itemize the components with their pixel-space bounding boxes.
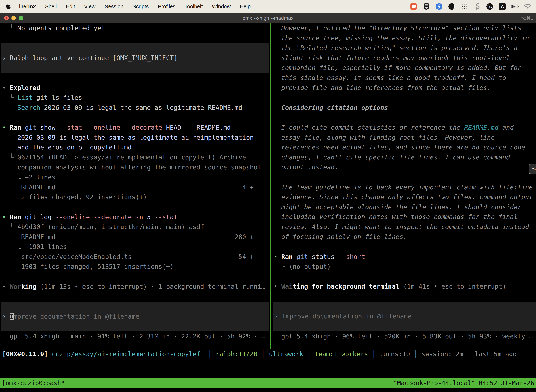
text-segment: git bbox=[25, 213, 40, 221]
text-segment: show bbox=[40, 124, 59, 131]
text-segment: › bbox=[2, 313, 10, 320]
text-segment: Ran bbox=[10, 213, 25, 221]
tmux-window-label[interactable]: [omx-cczip0:bash* bbox=[2, 378, 65, 388]
terminal-line: 1903 files changed, 513517 insertions(+) bbox=[0, 262, 270, 272]
text-segment: last:5m ago bbox=[471, 350, 517, 358]
text-segment: the "Related research writing" section i… bbox=[274, 44, 517, 51]
terminal-line: Considering citation options bbox=[272, 103, 536, 113]
terminal-line: … +1901 lines bbox=[0, 242, 270, 252]
text-segment: └ bbox=[2, 94, 17, 101]
menu-item-iterm2[interactable]: iTerm2 bbox=[19, 4, 36, 9]
text-segment: README.md bbox=[196, 124, 231, 131]
terminal-line: › Ralph loop active continue [OMX_TMUX_I… bbox=[1, 53, 177, 63]
terminal-line: of focusing solely on file lines. bbox=[272, 232, 536, 242]
text-segment: └ bbox=[274, 263, 289, 270]
terminal-line bbox=[0, 202, 270, 212]
terminal-line: changes, I can't cite specific file line… bbox=[272, 152, 536, 163]
tmux-pane-right[interactable]: However, I noticed the "Directory Struct… bbox=[272, 23, 536, 349]
text-segment: gpt-5.4 xhigh · main · 91% left · 2.31M … bbox=[2, 333, 265, 340]
menu-item-edit[interactable]: Edit bbox=[66, 4, 75, 9]
text-segment: │ bbox=[372, 350, 376, 358]
dots-grid-icon[interactable] bbox=[460, 2, 469, 10]
text-segment: companion file, especially if more comme… bbox=[274, 64, 522, 71]
text-segment: turns:10 bbox=[376, 350, 414, 358]
text-segment: 4b9d30f (origin/main, instructkr/main, m… bbox=[17, 223, 204, 230]
text-segment: team:1 workers bbox=[311, 350, 372, 358]
text-segment: Wor bbox=[10, 283, 21, 290]
menu-item-scripts[interactable]: Scripts bbox=[133, 4, 149, 9]
text-segment: -n bbox=[136, 213, 147, 221]
terminal-line: output instead. bbox=[272, 162, 536, 172]
chat-bubble-icon[interactable] bbox=[410, 2, 418, 10]
terminal-line: └ No agents completed yet bbox=[0, 23, 270, 33]
terminal-line: [OMX#0.11.9] cczip/essay/ai-reimplementa… bbox=[0, 349, 536, 359]
text-segment: this single essay, it seems like a good … bbox=[274, 74, 506, 81]
text-segment: including verification notes with those … bbox=[274, 213, 517, 220]
tmux-pane-left[interactable]: └ No agents completed yet› Ralph loop ac… bbox=[0, 23, 270, 349]
text-segment: › bbox=[274, 313, 282, 320]
terminal-line: Search 2026-03-09-is-legal-the-same-as-l… bbox=[0, 103, 270, 113]
menu-item-toolbelt[interactable]: Toolbelt bbox=[185, 4, 203, 9]
menu-status-icons: ..61 A bbox=[410, 2, 536, 10]
wifi-icon[interactable] bbox=[524, 2, 532, 10]
text-segment: output instead. bbox=[274, 163, 338, 171]
terminal-line bbox=[272, 272, 536, 282]
terminal-line bbox=[272, 242, 536, 252]
menu-item-shell[interactable]: Shell bbox=[45, 4, 57, 9]
terminal-line: • Working (11m 13s • esc to interrupt) ·… bbox=[0, 282, 270, 292]
text-segment: git ls-files bbox=[33, 94, 82, 101]
terminal-line: companion file, especially if more comme… bbox=[272, 63, 536, 73]
a-badge-icon[interactable]: A bbox=[498, 2, 507, 10]
text-segment: └ bbox=[2, 24, 17, 32]
menu-item-help[interactable]: Help bbox=[240, 4, 251, 9]
text-segment: The team guideline is to back every impo… bbox=[274, 183, 533, 191]
text-segment: Ralph loop active continue [OMX_TMUX_INJ… bbox=[10, 54, 177, 61]
terminal-line: 2026-03-09-is-legal-the-same-as-legitima… bbox=[0, 133, 270, 143]
menu-item-session[interactable]: Session bbox=[105, 4, 124, 9]
terminal-line bbox=[0, 113, 270, 123]
tooltip-label: Scre bbox=[531, 166, 536, 171]
terminal-line: • Ran git log --oneline --decorate -n 5 … bbox=[0, 212, 270, 222]
window-title-bar[interactable]: omx --xhigh --madmax ⌥⌘1 bbox=[0, 13, 536, 23]
menu-item-window[interactable]: Window bbox=[212, 4, 231, 9]
terminal-line: • Waiting for background terminal (1m 41… bbox=[272, 281, 536, 292]
prompt-line: › Improve documentation in @filename bbox=[273, 311, 412, 321]
terminal-line: └ (no output) bbox=[272, 262, 536, 272]
text-segment: references need actual files, and since … bbox=[274, 144, 525, 151]
pie-circle-icon[interactable] bbox=[448, 2, 456, 10]
text-segment: of focusing solely on file lines. bbox=[274, 233, 407, 240]
terminal-line bbox=[272, 93, 536, 103]
text-segment: and bbox=[498, 124, 514, 131]
terminal-line: • Ran git status --short bbox=[272, 252, 536, 262]
blue-bolt-icon[interactable] bbox=[435, 2, 443, 10]
menu-item-profiles[interactable]: Profiles bbox=[158, 4, 175, 9]
shield-grid-icon[interactable] bbox=[422, 2, 431, 10]
menu-item-view[interactable]: View bbox=[84, 4, 96, 9]
gauge-61-icon[interactable]: ..61 bbox=[486, 2, 494, 10]
prompt-input[interactable]: › Improve documentation in @filename bbox=[1, 302, 269, 331]
text-segment: │ bbox=[414, 350, 418, 358]
text-segment: essay file, along with finding root file… bbox=[274, 134, 495, 141]
prompt-input[interactable]: › Improve documentation in @filename bbox=[273, 302, 536, 331]
text-segment: › bbox=[2, 54, 10, 61]
terminal-line: The team guideline is to back every impo… bbox=[272, 182, 536, 192]
text-segment: (no output) bbox=[289, 263, 331, 270]
terminal-line bbox=[272, 292, 536, 302]
text-segment: --stat --oneline --decorate bbox=[59, 124, 166, 131]
terminal-line: src/voice/voiceModeEnabled.ts │ 54 + bbox=[0, 252, 270, 262]
terminal-line: evidence. Since this change only affects… bbox=[272, 192, 536, 202]
text-segment: │ bbox=[261, 350, 265, 358]
apple-menu-icon[interactable] bbox=[6, 3, 11, 10]
text-segment: (11m 13s • esc to interrupt) · 1 backgro… bbox=[36, 283, 265, 290]
battery-charging-icon[interactable] bbox=[511, 2, 519, 10]
text-segment: README.md │ 280 + bbox=[2, 233, 254, 240]
text-segment: 5 bbox=[147, 213, 155, 221]
squiggle-icon[interactable] bbox=[473, 2, 481, 10]
text-segment: 2026-03-09-is-legal-the-same-as-legitima… bbox=[40, 104, 242, 111]
text-segment: session:12m bbox=[418, 350, 467, 358]
terminal-line: README.md │ 4 + bbox=[0, 182, 270, 192]
tmux-pane-divider[interactable] bbox=[270, 23, 271, 349]
terminal-line: └ 067f154 (HEAD -> essay/ai-reimplementa… bbox=[0, 152, 270, 163]
text-segment: … +1901 lines bbox=[2, 243, 67, 250]
window-shortcut: ⌥⌘1 bbox=[521, 13, 533, 23]
